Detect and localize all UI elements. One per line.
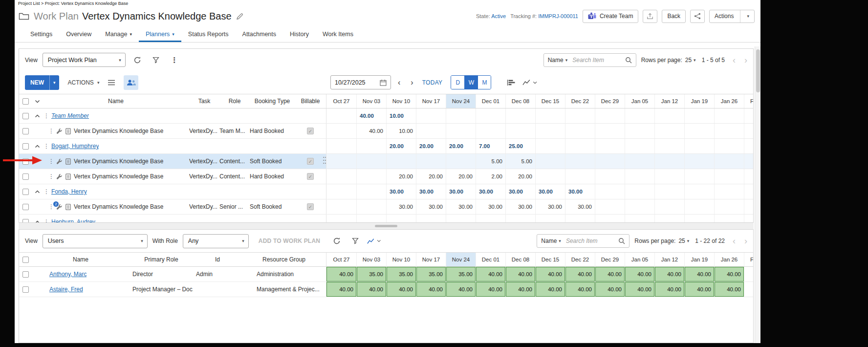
timeline-cell[interactable]: 40.00: [595, 282, 625, 297]
timeline-cell[interactable]: [625, 199, 654, 214]
timeline-cell[interactable]: 30.00: [446, 199, 476, 214]
timeline-cell[interactable]: [356, 184, 386, 199]
timeline-cell[interactable]: [535, 139, 565, 153]
tab-attachments[interactable]: Attachments: [236, 26, 283, 42]
notes-icon[interactable]: [65, 128, 71, 134]
workplan-task-row[interactable]: ⋮Vertex Dynamics Knowledge BaseVertexDy.…: [19, 154, 753, 169]
workplan-search[interactable]: Name ▾ Search Item: [543, 53, 636, 67]
export-button[interactable]: [643, 10, 657, 23]
splitter-handle[interactable]: [375, 225, 397, 227]
timeline-cell[interactable]: [326, 184, 356, 199]
timeline-cell[interactable]: [446, 215, 476, 222]
panel-splitter[interactable]: [19, 223, 754, 229]
filter-button[interactable]: [149, 53, 163, 67]
timeline-cell[interactable]: 30.00: [565, 199, 595, 214]
prev-page-button[interactable]: ‹: [731, 56, 738, 65]
timeline-cell[interactable]: [386, 154, 416, 169]
collapse-group-icon[interactable]: [32, 215, 43, 222]
tracking-value[interactable]: IMMPRJ-000011: [538, 13, 578, 19]
timeline-cell[interactable]: 40.00: [476, 267, 505, 282]
timeline-cell[interactable]: [625, 108, 654, 123]
row-menu-icon[interactable]: ⋮: [43, 112, 48, 119]
timeline-cell[interactable]: [535, 124, 565, 138]
timeline-cell[interactable]: 40.00: [476, 282, 505, 297]
next-page-button[interactable]: ›: [742, 56, 749, 65]
timeline-cell[interactable]: [714, 139, 744, 153]
timeline-cell[interactable]: 25.00: [505, 139, 535, 153]
timeline-cell[interactable]: [565, 215, 595, 222]
with-role-select[interactable]: Any ▾: [183, 234, 249, 248]
actions-button[interactable]: Actions ▾: [709, 10, 755, 23]
collapse-all-icon[interactable]: [32, 94, 43, 108]
row-menu-icon[interactable]: ⋮: [43, 218, 48, 222]
timeline-cell[interactable]: [356, 139, 386, 153]
timeline-cell[interactable]: 30.00: [386, 184, 416, 199]
timeline-cell[interactable]: 40.00: [326, 267, 356, 282]
column-header-name[interactable]: Name: [32, 253, 130, 266]
timeline-cell[interactable]: 40.00: [326, 282, 356, 297]
select-all-checkbox[interactable]: [22, 98, 29, 105]
timeline-column-header[interactable]: Dec 29: [595, 94, 625, 108]
select-all-checkbox[interactable]: [22, 257, 29, 263]
row-checkbox[interactable]: [22, 286, 29, 293]
assignment-wrench-icon[interactable]: 2: [56, 204, 63, 210]
timeline-cell[interactable]: 40.00: [714, 282, 744, 297]
timeline-column-header[interactable]: Nov 24: [446, 94, 476, 108]
task-name[interactable]: Vertex Dynamics Knowledge Base: [74, 203, 163, 210]
row-checkbox[interactable]: [22, 219, 29, 223]
timeline-cell[interactable]: 30.00: [505, 199, 535, 214]
timeline-cell[interactable]: [535, 108, 565, 123]
timeline-column-header[interactable]: Jan 12: [654, 94, 684, 108]
chart-view-icon[interactable]: [522, 75, 537, 90]
task-name[interactable]: Vertex Dynamics Knowledge Base: [74, 158, 163, 165]
row-checkbox[interactable]: [22, 128, 29, 134]
timeline-cell[interactable]: [565, 124, 595, 138]
tab-work-items[interactable]: Work Items: [316, 26, 360, 42]
timeline-cell[interactable]: [714, 124, 744, 138]
timeline-cell[interactable]: [476, 124, 505, 138]
timeline-cell[interactable]: [595, 169, 625, 184]
timeline-column-header[interactable]: Nov 10: [386, 253, 416, 266]
workplan-group-row[interactable]: ⋮Hepburn, Audrey: [19, 215, 753, 222]
row-menu-icon[interactable]: ⋮: [48, 173, 53, 180]
workplan-view-select[interactable]: Project Work Plan ▾: [43, 53, 126, 67]
timeline-cell[interactable]: [714, 199, 744, 214]
timeline-cell[interactable]: 40.00: [505, 267, 535, 282]
timeline-cell[interactable]: [326, 139, 356, 153]
timeline-cell[interactable]: [565, 139, 595, 153]
timeline-cell[interactable]: [654, 124, 684, 138]
timeline-cell[interactable]: [684, 215, 714, 222]
timeline-cell[interactable]: 30.00: [476, 184, 505, 199]
timeline-cell[interactable]: [595, 199, 625, 214]
timeline-cell[interactable]: 40.00: [684, 267, 714, 282]
timeline-cell[interactable]: [416, 215, 446, 222]
timeline-cell[interactable]: [565, 108, 595, 123]
timeline-cell[interactable]: 40.00: [356, 124, 386, 138]
add-to-work-plan-button[interactable]: ADD TO WORK PLAN: [259, 238, 320, 244]
new-button[interactable]: NEW ▾: [25, 75, 59, 90]
availability-chart-button[interactable]: [367, 234, 381, 248]
rows-per-page-select[interactable]: 25 ▾: [678, 238, 689, 244]
group-name-link[interactable]: Team Member: [51, 112, 89, 119]
timeline-cell[interactable]: [654, 154, 684, 169]
timeline-cell[interactable]: [744, 267, 753, 282]
timeline-cell[interactable]: [476, 215, 505, 222]
resource-name-link[interactable]: Anthony, Marc: [49, 271, 87, 278]
task-name[interactable]: Vertex Dynamics Knowledge Base: [74, 128, 163, 134]
timeline-cell[interactable]: 40.00: [714, 267, 744, 282]
search-field-select[interactable]: Name: [541, 238, 557, 244]
timeline-cell[interactable]: [744, 169, 753, 184]
task-name[interactable]: Vertex Dynamics Knowledge Base: [74, 173, 163, 180]
resource-name-link[interactable]: Astaire, Fred: [49, 286, 83, 293]
rows-per-page-select[interactable]: 25 ▾: [685, 57, 696, 64]
timeline-column-header[interactable]: Nov 10: [386, 94, 416, 108]
zoom-w-button[interactable]: W: [464, 76, 477, 89]
timeline-cell[interactable]: 20.00: [505, 169, 535, 184]
timeline-cell[interactable]: [565, 154, 595, 169]
timeline-cell[interactable]: [744, 108, 753, 123]
timeline-column-header[interactable]: Jan 26: [714, 94, 744, 108]
calendar-icon[interactable]: [380, 79, 387, 86]
billable-checkbox[interactable]: ✓: [307, 173, 314, 180]
timeline-cell[interactable]: [625, 215, 654, 222]
timeline-cell[interactable]: 30.00: [476, 199, 505, 214]
